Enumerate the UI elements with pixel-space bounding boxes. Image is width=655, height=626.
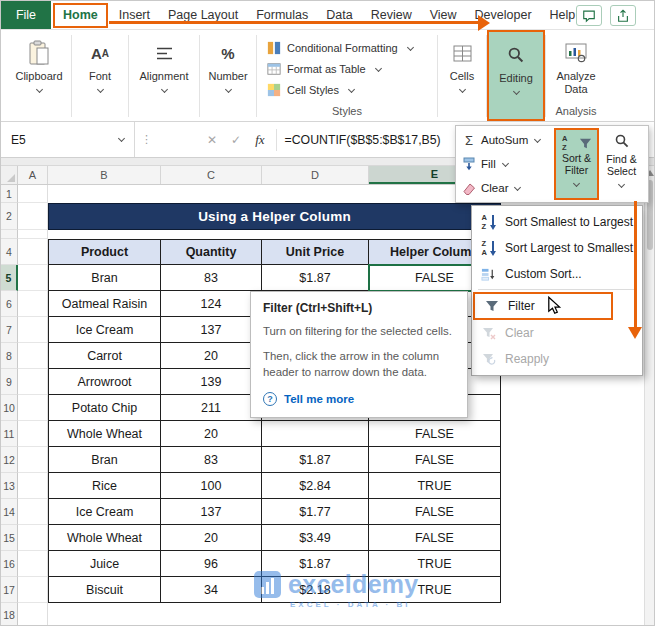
cell-A10[interactable] (18, 395, 48, 421)
tab-file[interactable]: File (1, 1, 51, 29)
select-all-corner[interactable] (1, 166, 18, 184)
row-header-1[interactable]: 1 (1, 185, 18, 203)
tab-formulas[interactable]: Formulas (247, 1, 317, 29)
cell-A16[interactable] (18, 551, 48, 577)
share-button[interactable] (610, 5, 636, 26)
cell-A12[interactable] (18, 447, 48, 473)
row-header-8[interactable]: 8 (1, 343, 18, 369)
cell-B14[interactable]: Ice Cream (48, 499, 161, 525)
cell-C5[interactable]: 83 (161, 265, 262, 291)
cell-B10[interactable]: Potato Chip (48, 395, 161, 421)
cell-C9[interactable]: 139 (161, 369, 262, 395)
column-header-D[interactable]: D (262, 166, 369, 184)
cell-B9[interactable]: Arrowroot (48, 369, 161, 395)
tab-data[interactable]: Data (317, 1, 361, 29)
row-header-11[interactable]: 11 (1, 421, 18, 447)
cell-D12[interactable]: $1.87 (262, 447, 369, 473)
row-header-2[interactable]: 2 (1, 203, 18, 230)
cell-A13[interactable] (18, 473, 48, 499)
cell-A5[interactable] (18, 265, 48, 291)
tab-insert[interactable]: Insert (110, 1, 159, 29)
cell-C16[interactable]: 96 (161, 551, 262, 577)
tab-view[interactable]: View (421, 1, 466, 29)
cell-A7[interactable] (18, 317, 48, 343)
cell-E15[interactable]: FALSE (369, 525, 501, 551)
tab-developer[interactable]: Developer (466, 1, 541, 29)
row-header-3[interactable] (1, 230, 18, 239)
cell-E12[interactable]: FALSE (369, 447, 501, 473)
cell-C12[interactable]: 83 (161, 447, 262, 473)
cell-B6[interactable]: Oatmeal Raisin (48, 291, 161, 317)
cell-C11[interactable]: 20 (161, 421, 262, 447)
menu-item-filter[interactable]: Filter (473, 292, 613, 320)
tab-home[interactable]: Home (53, 3, 108, 28)
menu-item-sort-smallest[interactable]: AZ Sort Smallest to Largest (472, 209, 642, 235)
splitter-grip-icon[interactable]: ⋮ (141, 133, 152, 146)
column-header-B[interactable]: B (48, 166, 161, 184)
cancel-entry-button[interactable]: ✕ (200, 133, 224, 147)
cell-B11[interactable]: Whole Wheat (48, 421, 161, 447)
row-header-6[interactable]: 6 (1, 291, 18, 317)
cell-A11[interactable] (18, 421, 48, 447)
find-select-button[interactable]: Find & Select (599, 128, 644, 200)
clear-button[interactable]: Clear (462, 177, 554, 200)
cell-C17[interactable]: 34 (161, 577, 262, 603)
cell-styles-button[interactable]: Cell Styles (257, 79, 437, 100)
fill-button[interactable]: Fill (462, 153, 554, 176)
cell-C10[interactable]: 211 (161, 395, 262, 421)
cell-A9[interactable] (18, 369, 48, 395)
cell-E13[interactable]: TRUE (369, 473, 501, 499)
formula-input[interactable]: =COUNTIF($B$5:$B$17,B5) (285, 133, 441, 147)
cell-D14[interactable]: $1.77 (262, 499, 369, 525)
sort-filter-button[interactable]: AZ Sort & Filter (554, 128, 599, 200)
analyze-data-group[interactable]: Analyze Data Analysis (546, 30, 606, 121)
cell-B13[interactable]: Rice (48, 473, 161, 499)
menu-item-custom-sort[interactable]: Custom Sort... (472, 261, 642, 287)
cell-C8[interactable]: 20 (161, 343, 262, 369)
editing-group[interactable]: Editing (487, 30, 545, 121)
cell-B5[interactable]: Bran (48, 265, 161, 291)
row-header-5[interactable]: 5 (1, 265, 18, 291)
menu-item-clear-filter[interactable]: Clear (472, 320, 642, 346)
font-group[interactable]: AA Font (72, 30, 128, 121)
row-header-7[interactable]: 7 (1, 317, 18, 343)
cell-B17[interactable]: Biscuit (48, 577, 161, 603)
cell-D13[interactable]: $2.84 (262, 473, 369, 499)
conditional-formatting-button[interactable]: Conditional Formatting (257, 37, 437, 58)
cell-A8[interactable] (18, 343, 48, 369)
cell-C7[interactable]: 137 (161, 317, 262, 343)
menu-item-reapply[interactable]: Reapply (472, 346, 642, 372)
row-header-16[interactable]: 16 (1, 551, 18, 577)
tell-me-more-link[interactable]: Tell me more (284, 393, 354, 405)
cell-C13[interactable]: 100 (161, 473, 262, 499)
cell-E11[interactable]: FALSE (369, 421, 501, 447)
cell-A3[interactable] (18, 230, 48, 239)
tab-page-layout[interactable]: Page Layout (159, 1, 247, 29)
clipboard-group[interactable]: Clipboard (7, 30, 71, 121)
cell-D11[interactable] (262, 421, 369, 447)
header-cell-quantity[interactable]: Quantity (161, 239, 262, 265)
cell-B12[interactable]: Bran (48, 447, 161, 473)
row-header-4[interactable]: 4 (1, 239, 18, 265)
cell-A6[interactable] (18, 291, 48, 317)
cell-C14[interactable]: 137 (161, 499, 262, 525)
autosum-button[interactable]: Σ AutoSum (462, 129, 554, 152)
row-header-9[interactable]: 9 (1, 369, 18, 395)
cell-A1[interactable] (18, 185, 48, 203)
cell-C6[interactable]: 124 (161, 291, 262, 317)
number-group[interactable]: % Number (200, 30, 256, 121)
column-header-A[interactable]: A (18, 166, 48, 184)
cell-A2[interactable] (18, 203, 48, 230)
cell-C15[interactable]: 20 (161, 525, 262, 551)
alignment-group[interactable]: Alignment (129, 30, 199, 121)
row-header-17[interactable]: 17 (1, 577, 18, 603)
table-title[interactable]: Using a Helper Column (48, 203, 501, 230)
column-header-C[interactable]: C (161, 166, 262, 184)
cell-A17[interactable] (18, 577, 48, 603)
comments-button[interactable] (576, 5, 602, 26)
tab-review[interactable]: Review (362, 1, 421, 29)
header-cell-product[interactable]: Product (48, 239, 161, 265)
row-header-14[interactable]: 14 (1, 499, 18, 525)
row-header-10[interactable]: 10 (1, 395, 18, 421)
menu-item-sort-largest[interactable]: ZA Sort Largest to Smallest (472, 235, 642, 261)
